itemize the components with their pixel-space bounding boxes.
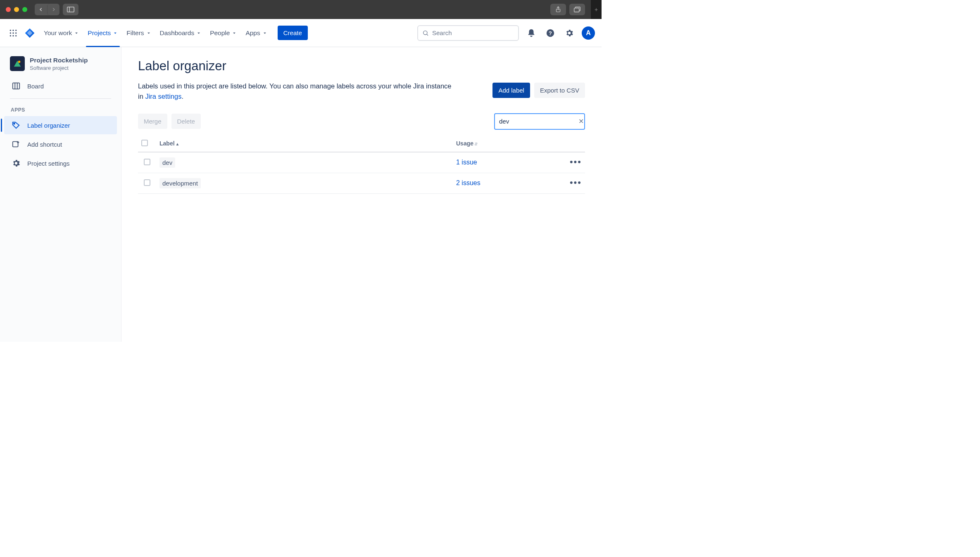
select-all-header[interactable] [138, 136, 156, 152]
create-button[interactable]: Create [278, 26, 308, 40]
add-label-button[interactable]: Add label [492, 83, 530, 98]
page-description: Labels used in this project are listed b… [138, 81, 452, 102]
chevron-down-icon [74, 30, 79, 36]
row-checkbox[interactable] [144, 159, 150, 165]
browser-forward-button[interactable] [47, 4, 59, 15]
sidebar-item-label: Label organizer [27, 122, 70, 129]
nav-label: Projects [88, 29, 111, 37]
project-sidebar: Project Rocketship Software project Boar… [0, 47, 121, 342]
gear-icon [12, 159, 21, 168]
svg-point-13 [423, 31, 427, 34]
sidebar-item-add-shortcut[interactable]: Add shortcut [4, 135, 117, 153]
jira-settings-link[interactable]: Jira settings [145, 93, 181, 100]
svg-rect-18 [13, 83, 20, 89]
chevron-down-icon [146, 30, 152, 36]
window-minimize-icon[interactable] [14, 7, 19, 12]
merge-button[interactable]: Merge [138, 114, 167, 129]
nav-label: People [210, 29, 230, 37]
svg-point-5 [12, 29, 14, 31]
column-label[interactable]: Label▲ [156, 136, 453, 152]
app-switcher-icon[interactable] [7, 26, 20, 40]
svg-point-21 [14, 123, 15, 124]
nav-dashboards[interactable]: Dashboards [157, 19, 205, 47]
column-usage[interactable]: Usage⇵ [453, 136, 560, 152]
row-more-icon[interactable]: ••• [570, 157, 582, 167]
sidebar-item-label: Add shortcut [27, 141, 62, 148]
sort-asc-icon: ▲ [176, 142, 180, 146]
nav-apps[interactable]: Apps [242, 19, 271, 47]
svg-point-12 [15, 35, 17, 36]
delete-button[interactable]: Delete [171, 114, 201, 129]
export-csv-button[interactable]: Export to CSV [534, 83, 585, 98]
browser-sidebar-button[interactable] [63, 4, 78, 15]
browser-tabs-button[interactable] [569, 4, 585, 15]
project-name: Project Rocketship [30, 57, 88, 64]
browser-back-button[interactable] [35, 4, 47, 15]
page-title: Label organizer [138, 59, 585, 74]
sidebar-divider [10, 98, 111, 99]
label-filter[interactable]: ✕ [494, 113, 585, 130]
svg-point-10 [10, 35, 11, 36]
nav-label: Your work [44, 29, 72, 37]
sidebar-item-label: Project settings [27, 160, 70, 167]
sidebar-item-label: Board [27, 83, 44, 90]
svg-point-4 [10, 29, 11, 31]
table-row: development 2 issues ••• [138, 173, 585, 193]
svg-point-17 [18, 61, 21, 63]
clear-filter-icon[interactable]: ✕ [578, 117, 585, 125]
settings-icon[interactable] [563, 26, 576, 40]
svg-rect-3 [574, 8, 579, 12]
browser-new-tab-button[interactable]: + [591, 0, 602, 19]
global-search[interactable] [417, 25, 519, 41]
checkbox-icon[interactable] [141, 140, 148, 146]
label-filter-input[interactable] [499, 118, 578, 125]
svg-text:?: ? [549, 30, 552, 36]
svg-point-6 [15, 29, 17, 31]
nav-projects[interactable]: Projects [84, 19, 121, 47]
top-navigation: Your work Projects Filters Dashboards Pe… [0, 19, 602, 47]
sidebar-item-label-organizer[interactable]: Label organizer [4, 116, 117, 134]
sort-icon: ⇵ [474, 142, 478, 146]
label-chip[interactable]: dev [159, 157, 175, 168]
notifications-icon[interactable] [525, 26, 538, 40]
label-chip[interactable]: development [159, 178, 201, 188]
labels-table: Label▲ Usage⇵ dev 1 issue ••• developmen… [138, 136, 585, 194]
svg-point-11 [12, 35, 14, 36]
chevron-down-icon [196, 30, 202, 36]
sidebar-item-board[interactable]: Board [4, 77, 117, 95]
help-icon[interactable]: ? [544, 26, 557, 40]
window-zoom-icon[interactable] [22, 7, 27, 12]
search-icon [422, 30, 429, 36]
window-close-icon[interactable] [6, 7, 11, 12]
svg-point-9 [15, 32, 17, 33]
browser-chrome: + [0, 0, 602, 19]
svg-point-8 [12, 32, 14, 33]
usage-link[interactable]: 1 issue [456, 159, 477, 166]
table-row: dev 1 issue ••• [138, 152, 585, 173]
nav-label: Apps [245, 29, 260, 37]
nav-your-work[interactable]: Your work [40, 19, 83, 47]
nav-label: Filters [126, 29, 144, 37]
nav-filters[interactable]: Filters [123, 19, 155, 47]
nav-people[interactable]: People [207, 19, 240, 47]
tag-icon [12, 121, 21, 130]
usage-link[interactable]: 2 issues [456, 179, 480, 186]
svg-point-7 [10, 32, 11, 33]
browser-share-button[interactable] [550, 4, 566, 15]
global-search-input[interactable] [432, 29, 514, 36]
project-type: Software project [30, 65, 88, 71]
row-more-icon[interactable]: ••• [570, 177, 582, 188]
row-checkbox[interactable] [144, 179, 150, 186]
project-header[interactable]: Project Rocketship Software project [3, 56, 118, 76]
chevron-down-icon [112, 30, 118, 36]
browser-nav-group [35, 4, 59, 15]
user-avatar[interactable]: A [582, 26, 595, 40]
svg-rect-0 [67, 7, 74, 12]
sidebar-item-project-settings[interactable]: Project settings [4, 154, 117, 172]
chevron-down-icon [231, 30, 237, 36]
add-shortcut-icon [12, 140, 21, 149]
svg-line-14 [427, 34, 428, 36]
sidebar-apps-heading: APPS [3, 105, 118, 115]
project-avatar-icon [10, 56, 25, 71]
jira-logo-icon[interactable] [23, 26, 36, 40]
